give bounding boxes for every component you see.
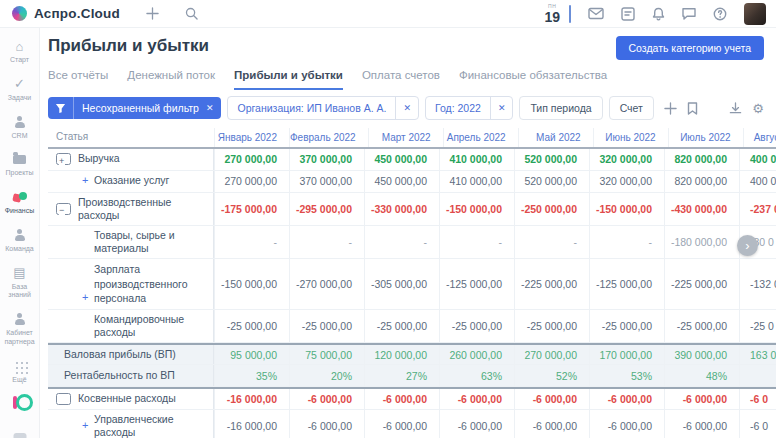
value-cell: -6 000,00 [514,389,589,408]
collapse-icon[interactable]: − [56,203,71,215]
value-cell: -6 000,00 [439,389,514,408]
value-cell: - [214,226,289,258]
value-cell: - [364,226,439,258]
sidebar-item-проекты[interactable]: Проекты [0,151,39,178]
value-cell: -150 000,00 [439,193,514,225]
sidebar-item-финансы[interactable]: Финансы [0,189,39,216]
row-label: Управленческие расходы [94,413,209,438]
sidebar-item-команда[interactable]: Команда [0,227,39,254]
sidebar-item-база-знаний[interactable]: ▤База знаний [0,265,39,301]
scroll-right-button[interactable]: › [737,235,758,256]
support-chat-icon[interactable] [13,433,26,438]
value-cell: -125 000,00 [439,259,514,309]
value-cell: 820 000,00 [664,149,739,170]
notes-icon[interactable] [621,7,635,21]
chat-icon[interactable] [682,7,696,20]
app-logo-icon[interactable] [12,6,27,21]
user-avatar[interactable] [744,3,766,25]
sidebar-item-кабинет-партнера[interactable]: Кабинет партнера [0,311,39,347]
unsaved-filter-close-icon[interactable]: ✕ [206,103,214,113]
search-icon[interactable] [185,7,198,20]
expand-icon[interactable]: + [56,153,71,165]
tab-прибыли-и-убытки[interactable]: Прибыли и убытки [234,69,343,90]
sidebar-item-задачи[interactable]: ✓Задачи [0,76,39,103]
row-label-cell: Рентабельность по ВП [48,365,214,386]
column-header-month[interactable]: Февраль 2022 [289,128,368,147]
value-cell: 53% [589,365,664,386]
period-type-filter-chip[interactable]: Тип периода [519,96,602,120]
value-cell: 370 000,00 [289,171,364,192]
download-icon[interactable] [729,102,742,115]
value-cell: - [514,226,589,258]
value-cell: -180 000,00 [664,226,739,258]
person-icon [14,114,26,130]
value-cell: -25 000,00 [214,310,289,342]
settings-gear-icon[interactable]: ⚙ [752,102,764,115]
aspro-mini-logo-icon[interactable] [12,394,28,410]
add-icon[interactable] [146,7,159,20]
add-subcategory-icon[interactable]: + [82,174,88,188]
column-header-month[interactable]: Июнь 2022 [593,128,668,147]
bookmark-icon[interactable] [687,102,698,115]
value-cell: 400 0 [739,171,776,192]
sidebar-item-crm[interactable]: CRM [0,114,39,141]
year-filter-chip[interactable]: Год: 2022 ✕ [425,96,513,120]
unsaved-filter-label: Несохраненный фильтр [82,102,199,114]
table-row: Рентабельность по ВП35%20%27%63%52%53%48… [48,365,776,387]
value-cell: 20% [289,365,364,386]
add-subcategory-icon[interactable]: + [82,419,88,433]
value-cell: -295 000,00 [289,193,364,225]
filter-funnel-icon[interactable] [48,97,74,119]
year-filter-close-icon[interactable]: ✕ [490,97,513,119]
value-cell: 260 000,00 [439,345,514,364]
row-label: Оказание услуг [94,174,169,187]
sidebar-item-старт[interactable]: ⌂Старт [0,38,39,65]
row-label: Командировочные расходы [94,313,209,339]
tab-оплата-счетов[interactable]: Оплата счетов [362,69,440,90]
account-filter-chip[interactable]: Счет [609,96,654,120]
organization-filter-chip[interactable]: Организация: ИП Иванов А. А. ✕ [227,96,418,120]
sidebar-item-label: Ещё [1,376,39,385]
value-cell: -250 000,00 [514,193,589,225]
mail-icon[interactable] [588,7,604,20]
row-label-cell: Валовая прибыль (ВП) [48,345,214,364]
column-header-month[interactable]: Март 2022 [368,128,443,147]
value-cell: -25 000,00 [514,310,589,342]
row-label: Производственные расходы [78,196,209,222]
category-box-icon[interactable] [56,393,71,405]
row-label-cell: +Оказание услуг [48,171,214,192]
calendar-widget[interactable]: ПН 19 [544,4,560,24]
value-cell: 27% [364,365,439,386]
sidebar-item-ещё[interactable]: Ещё [0,358,39,385]
table-row: +Оказание услуг270 000,00370 000,00450 0… [48,171,776,193]
add-subcategory-icon[interactable]: + [82,291,88,305]
column-header-month[interactable]: Май 2022 [518,128,593,147]
row-label: Зарплатапроизводственногоперсонала [94,262,187,306]
tab-все-отчёты[interactable]: Все отчёты [48,69,108,90]
organization-filter-close-icon[interactable]: ✕ [395,97,418,119]
value-cell: - [289,226,364,258]
value-cell: - [589,226,664,258]
bell-icon[interactable] [652,7,665,21]
add-filter-icon[interactable] [664,102,677,115]
help-icon[interactable] [713,7,727,21]
tab-финансовые-обязательства[interactable]: Финансовые обязательства [459,69,607,90]
partner-icon [14,311,26,327]
unsaved-filter-chip[interactable]: Несохраненный фильтр ✕ [48,97,221,119]
value-cell: -6 0 [739,410,776,438]
column-header-month[interactable]: Январь 2022 [214,128,289,147]
sidebar-item-label: Финансы [1,207,39,216]
tab-денежный-поток[interactable]: Денежный поток [127,69,215,90]
create-category-button[interactable]: Создать категорию учета [616,36,764,60]
folder-icon [13,151,26,167]
value-cell: -430 000,00 [664,193,739,225]
column-header-month[interactable]: Июль 2022 [668,128,743,147]
value-cell: -6 000,00 [289,410,364,438]
sidebar-item-label: Задачи [1,94,39,103]
column-header-month[interactable]: Август 20 [743,128,776,147]
sidebar-item-label: База знаний [1,283,39,301]
page-title: Прибыли и убытки [48,36,209,56]
value-cell: -16 000,00 [214,410,289,438]
sidebar-item-label: Проекты [1,169,39,178]
column-header-month[interactable]: Апрель 2022 [443,128,518,147]
